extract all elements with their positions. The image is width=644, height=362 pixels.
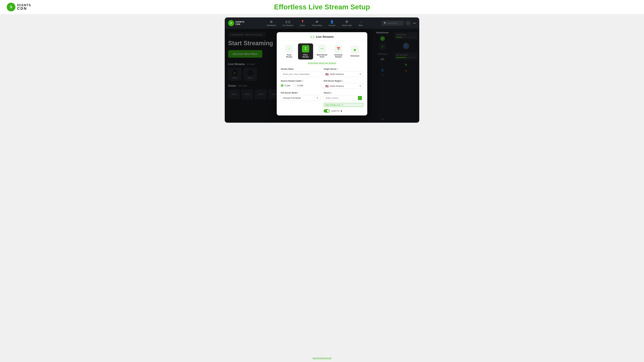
source-info-icon: ℹ [331, 92, 332, 94]
nav-item-transcoding[interactable]: ⇄ Transcoding [309, 18, 324, 28]
source-label: Source ℹ [324, 92, 363, 94]
audio-fix-label: Audio Fix [331, 110, 340, 112]
origin-server-select[interactable]: North America [324, 71, 363, 77]
codec-group: Source Stream Codec ℹ H.264 [281, 80, 320, 89]
dashboard-icon: ⊞ [270, 20, 272, 24]
pull-stream-btn[interactable]: ↧ PULL Stream [298, 43, 313, 59]
stream-name-group: Stream Name [281, 68, 320, 77]
h265-option[interactable]: H.265 [294, 84, 303, 87]
app-nav: 5 5CENTSCDN ⊞ Dashboard ((·)) Live Strea… [225, 17, 419, 29]
nav-collapse-btn[interactable]: «» [413, 22, 416, 25]
logo-icon: 5 [7, 3, 16, 11]
source-input-wrapper: + [324, 95, 363, 101]
nav-label-live-streams: Live Streams [282, 24, 293, 26]
nav-item-zones[interactable]: 📍 Zones [297, 18, 308, 28]
multi-bitrate-label: Multi Bitrate Push [316, 54, 328, 58]
origin-flag: 🇺🇸 [325, 72, 329, 76]
transcoding-icon: ⇄ [316, 20, 318, 24]
form-row-2: Source Stream Codec ℹ H.264 [281, 80, 363, 89]
pull-region-label: Pull Server Region ℹ [324, 80, 363, 82]
footer-link[interactable]: www.5centscdn.net [310, 354, 334, 362]
simulcast-icon: ◉ [351, 46, 358, 53]
source-tag-close-icon[interactable]: ✕ [342, 104, 343, 106]
schedule-label: Schedule Playlist [333, 54, 344, 58]
push-stream-btn[interactable]: ↑ Push Stream [282, 43, 297, 59]
nav-label-transcoding: Transcoding [312, 24, 322, 26]
origin-server-group: Origin Server ℹ 🇺🇸 North America ▼ [324, 68, 363, 77]
nav-item-live-streams[interactable]: ((·)) Live Streams [280, 19, 296, 28]
nav-item-deploy-now[interactable]: ➕ Deploy Now [339, 18, 354, 28]
source-tag: https://Draftss.com ✕ [324, 103, 363, 107]
pull-mode-group: Pull Server Mode ℹ Choose Pull Mode ▼ [281, 92, 320, 113]
nav-logo-icon: 5 [228, 20, 234, 26]
search-placeholder: Search here [388, 22, 398, 24]
h264-radio [281, 84, 284, 87]
pull-mode-info-icon: ℹ [298, 92, 298, 94]
know-more-link[interactable]: Know More About Live Streams [277, 61, 367, 65]
simulcast-btn[interactable]: ◉ Simulcast [347, 44, 362, 58]
multi-bitrate-icon: 〜 [318, 45, 326, 52]
multi-bitrate-btn[interactable]: 〜 Multi Bitrate Push [314, 43, 330, 59]
live-streams-modal: ((·)) Live Streams ↑ Push Stream ↧ PULL … [277, 32, 367, 115]
logo-text: 5CENTS CDN [17, 4, 31, 10]
modal-form: Stream Name Origin Server ℹ 🇺🇸 [277, 65, 367, 115]
logo-area: 5 5CENTS CDN [7, 3, 31, 11]
pull-mode-select[interactable]: Choose Pull Mode [281, 95, 320, 101]
simulcast-label: Simulcast [350, 55, 359, 57]
app-window: 5 5CENTSCDN ⊞ Dashboard ((·)) Live Strea… [225, 17, 419, 123]
search-box[interactable]: 🔍 Search here [382, 21, 404, 25]
nav-item-dashboard[interactable]: ⊞ Dashboard [264, 18, 278, 28]
page-header: 5 5CENTS CDN Effortless Live Stream Setu… [0, 0, 644, 14]
codec-label: Source Stream Codec ℹ [281, 80, 320, 82]
codec-radio-group: H.264 H.265 [281, 83, 320, 88]
pull-mode-select-wrapper: Choose Pull Mode ▼ [281, 95, 320, 101]
origin-server-info-icon: ℹ [337, 68, 338, 70]
nav-right: 🔍 Search here ··· «» [382, 20, 416, 26]
deploy-now-icon: ➕ [345, 20, 349, 24]
pull-stream-label: PULL Stream [300, 54, 311, 58]
audio-fix-group: Audio Fix ℹ [324, 109, 363, 113]
account-icon: 👤 [330, 20, 334, 24]
modal-header: ((·)) Live Streams [277, 32, 367, 41]
nav-label-more: More [358, 24, 363, 26]
stream-type-selector: ↑ Push Stream ↧ PULL Stream 〜 Multi Bitr… [277, 41, 367, 61]
push-stream-icon: ↑ [286, 45, 293, 52]
modal-header-icon: ((·)) [310, 35, 314, 38]
nav-items: ⊞ Dashboard ((·)) Live Streams 📍 Zones ⇄… [253, 18, 377, 28]
schedule-icon: 📅 [335, 45, 342, 52]
pull-region-info-icon: ℹ [342, 80, 343, 82]
search-icon: 🔍 [384, 22, 386, 24]
nav-more-btn[interactable]: ··· [406, 20, 411, 26]
h264-dot [282, 85, 283, 86]
toggle-thumb [327, 110, 329, 112]
pull-region-select[interactable]: North America [324, 83, 363, 89]
stream-name-input[interactable] [281, 71, 320, 77]
source-tag-text: https://Draftss.com [325, 104, 340, 106]
nav-label-zones: Zones [300, 24, 305, 26]
form-row-1: Stream Name Origin Server ℹ 🇺🇸 [281, 68, 363, 77]
nav-label-deploy-now: Deploy Now [342, 24, 352, 26]
nav-item-account[interactable]: 👤 Account [326, 18, 338, 28]
nav-logo: 5 5CENTSCDN [228, 20, 244, 26]
audio-fix-toggle[interactable] [324, 109, 330, 113]
page-title: Effortless Live Stream Setup [274, 3, 370, 11]
pull-region-select-wrapper: 🇺🇸 North America ▼ [324, 83, 363, 89]
nav-label-dashboard: Dashboard [267, 24, 276, 26]
nav-logo-text: 5CENTSCDN [236, 21, 244, 26]
nav-item-more[interactable]: ··· More [356, 19, 366, 28]
h265-radio [294, 84, 296, 87]
h264-option[interactable]: H.264 [281, 84, 290, 87]
pull-region-group: Pull Server Region ℹ 🇺🇸 North America ▼ [324, 80, 363, 89]
add-source-button[interactable]: + [358, 96, 362, 100]
stream-name-label: Stream Name [281, 68, 320, 70]
form-row-3: Pull Server Mode ℹ Choose Pull Mode ▼ [281, 92, 363, 113]
audio-fix-info-icon: ℹ [341, 109, 342, 113]
h264-label: H.264 [284, 84, 290, 87]
live-streams-icon: ((·)) [286, 20, 290, 24]
pull-region-flag: 🇺🇸 [325, 84, 329, 88]
pull-mode-label: Pull Server Mode ℹ [281, 92, 320, 94]
codec-info-icon: ℹ [302, 80, 303, 82]
zones-icon: 📍 [301, 20, 304, 24]
source-input[interactable] [324, 95, 363, 101]
schedule-playlist-btn[interactable]: 📅 Schedule Playlist [331, 43, 346, 59]
